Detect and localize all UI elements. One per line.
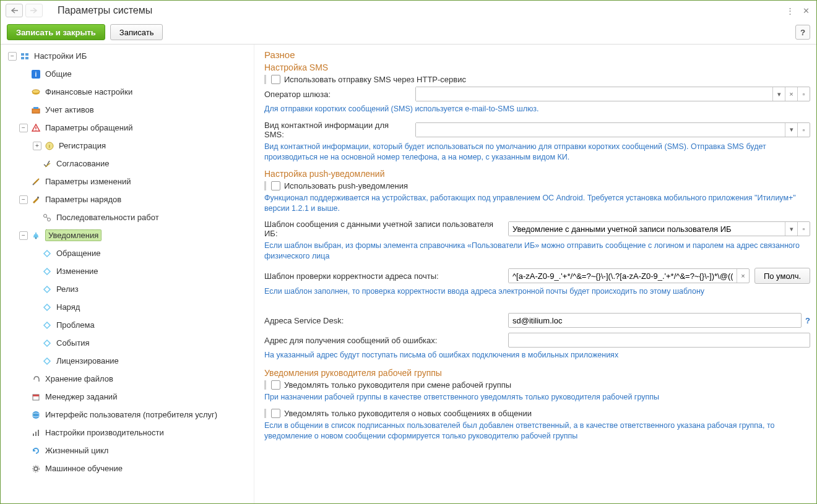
hint-wg-msg: Если в общении в список подписанных поль… xyxy=(264,421,810,442)
input-email-check[interactable]: × xyxy=(508,268,750,283)
tree-item-problema[interactable]: Проблема xyxy=(4,316,254,334)
svg-rect-8 xyxy=(32,109,40,113)
input-contact-type[interactable]: ▾ ▫ xyxy=(415,122,810,137)
hint-gateway: Для отправки коротких сообщений (SMS) ис… xyxy=(264,104,810,114)
hint-wg-change: При назначении рабочей группы в качестве… xyxy=(264,392,810,403)
gear-icon xyxy=(30,463,41,474)
chain-icon xyxy=(41,212,53,223)
open-icon[interactable]: ▫ xyxy=(797,87,810,101)
tree-label: Менеджер заданий xyxy=(45,392,117,401)
diamond-icon xyxy=(41,356,53,367)
input-gateway[interactable]: ▾ × ▫ xyxy=(415,87,810,101)
tree-item-assets[interactable]: Учет активов xyxy=(4,101,254,119)
nav-back-button[interactable] xyxy=(6,4,23,17)
tree-label: Наряд xyxy=(56,302,80,312)
svg-rect-24 xyxy=(33,434,34,436)
open-icon[interactable]: ▫ xyxy=(797,123,810,137)
collapse-icon[interactable]: − xyxy=(19,124,28,132)
clip-icon xyxy=(30,374,41,385)
diamond-icon xyxy=(41,338,53,349)
input-template-field[interactable] xyxy=(509,222,785,236)
checkbox-push[interactable]: Использовать push-уведомления xyxy=(271,181,810,190)
tree-item-registration[interactable]: + i Регистрация xyxy=(4,137,254,155)
svg-text:i: i xyxy=(49,143,50,149)
tree-item-files[interactable]: Хранение файлов xyxy=(4,370,254,388)
tree-item-notifications[interactable]: − Уведомления xyxy=(4,226,254,244)
tree-item-workorders[interactable]: − Параметры нарядов xyxy=(4,190,254,208)
label-template: Шаблон сообщения с данными учетной запис… xyxy=(264,220,502,238)
tree-item-requests[interactable]: − Параметры обращений xyxy=(4,119,254,137)
tree-item-approval[interactable]: Согласование xyxy=(4,155,254,173)
checkbox-sms-http[interactable]: Использовать отправку SMS через HTTP-сер… xyxy=(271,75,810,84)
tree-item-sobytiya[interactable]: События xyxy=(4,334,254,352)
clear-icon[interactable]: × xyxy=(737,269,749,283)
tree-item-perf[interactable]: Настройки производительности xyxy=(4,424,254,442)
tree-item-customer-ui[interactable]: Интерфейс пользователя (потребителя услу… xyxy=(4,406,254,424)
tree-label: Согласование xyxy=(56,159,109,168)
input-contact-type-field[interactable] xyxy=(416,123,785,137)
tree-item-general[interactable]: i Общие xyxy=(4,65,254,83)
tree-label: Интерфейс пользователя (потребителя услу… xyxy=(45,410,217,419)
collapse-icon[interactable]: − xyxy=(19,231,28,240)
help-button[interactable]: ? xyxy=(795,25,810,40)
heading-wg: Уведомления руководителя рабочей группы xyxy=(264,368,810,378)
tree-root[interactable]: − Настройки ИБ xyxy=(4,47,254,65)
dropdown-icon[interactable]: ▾ xyxy=(785,123,797,137)
save-button[interactable]: Записать xyxy=(110,24,163,40)
input-email-check-field[interactable] xyxy=(509,269,737,283)
close-icon[interactable]: ✕ xyxy=(800,5,811,16)
tree-item-reliz[interactable]: Релиз xyxy=(4,280,254,298)
info-icon: i xyxy=(30,69,41,80)
tree-item-licensing[interactable]: Лицензирование xyxy=(4,352,254,370)
collapse-icon[interactable]: − xyxy=(8,52,17,61)
window-title: Параметры системы xyxy=(58,5,152,16)
svg-point-15 xyxy=(44,214,47,217)
coins-icon xyxy=(30,87,41,98)
tree-item-obrashenie[interactable]: Обращение xyxy=(4,244,254,262)
input-error-address[interactable] xyxy=(508,333,810,348)
nav-forward-button[interactable] xyxy=(25,4,43,17)
heading-sms: Настройка SMS xyxy=(264,62,810,72)
dropdown-icon[interactable]: ▾ xyxy=(772,87,785,101)
tree-item-jobmgr[interactable]: Менеджер заданий xyxy=(4,388,254,406)
svg-rect-25 xyxy=(35,432,37,436)
save-close-button[interactable]: Записать и закрыть xyxy=(7,24,105,40)
tree-label: Параметры нарядов xyxy=(45,195,121,204)
tree-item-changes[interactable]: Параметры изменений xyxy=(4,173,254,190)
tree-item-finance[interactable]: Финансовые настройки xyxy=(4,83,254,101)
svg-rect-9 xyxy=(33,107,38,109)
clear-icon[interactable]: × xyxy=(785,87,797,101)
globe-icon xyxy=(30,409,41,421)
menu-icon[interactable]: ⋮ xyxy=(784,5,795,16)
label-error-address: Адрес для получения сообщений об ошибках… xyxy=(264,336,502,345)
tree-label: Уведомления xyxy=(45,229,102,241)
checkbox-wg-msg[interactable]: Уведомлять только руководителя о новых с… xyxy=(271,409,810,418)
tree-label: Параметры изменений xyxy=(45,177,131,186)
tools-icon xyxy=(30,176,41,187)
expand-icon[interactable]: + xyxy=(33,142,41,150)
collapse-icon[interactable]: − xyxy=(19,195,28,204)
svg-rect-18 xyxy=(35,233,37,234)
checkbox-wg-change[interactable]: Уведомлять только руководителя при смене… xyxy=(271,380,810,390)
tree-item-lifecycle[interactable]: Жизненный цикл xyxy=(4,442,254,459)
titlebar: Параметры системы ⋮ ✕ xyxy=(1,1,816,20)
tree-item-ml[interactable]: Машинное обучение xyxy=(4,459,254,477)
default-button[interactable]: По умолч. xyxy=(754,268,810,284)
input-gateway-field[interactable] xyxy=(416,87,772,101)
tree-item-izmenenie[interactable]: Изменение xyxy=(4,262,254,280)
help-icon[interactable]: ? xyxy=(805,316,810,325)
checkbox-icon xyxy=(271,380,280,390)
tree-label: Последовательности работ xyxy=(56,213,159,222)
dropdown-icon[interactable]: ▾ xyxy=(785,222,797,236)
open-icon[interactable]: ▫ xyxy=(797,222,810,236)
checkbox-icon xyxy=(271,409,280,418)
hint-push: Функционал поддерживается на устройствах… xyxy=(264,193,810,214)
input-sd-address[interactable] xyxy=(508,313,802,328)
svg-point-27 xyxy=(34,467,38,471)
approval-icon xyxy=(41,158,53,169)
svg-rect-1 xyxy=(25,53,28,56)
input-template[interactable]: ▾ ▫ xyxy=(508,221,810,236)
tree-item-sequences[interactable]: Последовательности работ xyxy=(4,208,254,226)
chart-icon xyxy=(30,427,41,438)
tree-item-naryad[interactable]: Наряд xyxy=(4,298,254,316)
